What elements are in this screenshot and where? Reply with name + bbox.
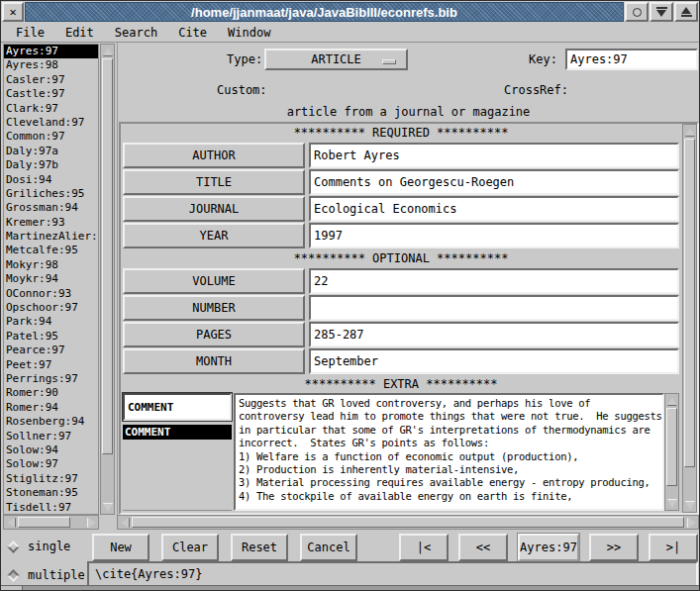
bib-key-list-item[interactable]: OConnor:93 (4, 287, 98, 301)
type-dropdown-value: ARTICLE (311, 52, 361, 66)
action-button[interactable]: Cancel (300, 534, 357, 561)
bib-key-list-item[interactable]: Opschoor:97 (4, 301, 98, 315)
scroll-left-arrow[interactable] (118, 516, 131, 529)
bib-key-list-item[interactable]: Stiglitz:97 (4, 472, 98, 486)
raise-button[interactable] (674, 2, 698, 22)
field-value-input[interactable] (309, 143, 679, 168)
extra-field-list-item[interactable]: COMMENT (123, 425, 232, 440)
radio-diamond-icon[interactable] (7, 541, 20, 553)
nav-first-button[interactable]: |< (399, 534, 449, 561)
field-label-button[interactable]: PAGES (123, 322, 305, 347)
bib-key-list-item[interactable]: Stoneman:95 (4, 486, 98, 500)
menu-item[interactable]: File (16, 25, 45, 42)
field-label-button[interactable]: VOLUME (123, 268, 305, 294)
field-value-input[interactable] (309, 169, 679, 195)
key-input[interactable] (565, 49, 698, 70)
bib-key-list-item[interactable]: Ayres:98 (4, 58, 98, 72)
comment-textarea[interactable] (234, 393, 664, 511)
bib-key-list-item[interactable]: Solow:97 (4, 457, 98, 471)
field-label-button[interactable]: TITLE (123, 169, 305, 195)
menu-item[interactable]: Window (228, 25, 270, 42)
bib-key-list-item[interactable]: Mokyr:98 (4, 258, 98, 272)
field-value-input[interactable] (309, 295, 679, 321)
scroll-right-arrow[interactable] (85, 516, 98, 529)
nav-current-entry[interactable]: Ayres:97 (518, 534, 579, 561)
scroll-down-arrow[interactable] (665, 497, 678, 510)
bib-key-list-item[interactable]: Daly:97a (4, 145, 98, 158)
main-horizontal-scrollbar[interactable] (117, 515, 699, 530)
bib-key-list-item[interactable]: Romer:90 (4, 386, 98, 400)
scroll-left-arrow[interactable] (4, 516, 17, 529)
field-value-input[interactable] (309, 196, 679, 222)
nav-next-button[interactable]: >> (589, 534, 639, 561)
bib-key-list-item[interactable]: Moykr:94 (4, 272, 98, 286)
scroll-thumb[interactable] (684, 139, 695, 467)
action-button[interactable]: New (92, 534, 150, 561)
bib-key-list-item[interactable]: Tisdell:97 (4, 501, 98, 515)
bib-key-list-item[interactable]: Cleveland:97 (4, 116, 98, 130)
titlebar: ✕ /home/jjanmaat/java/JavaBibIII/econref… (1, 1, 699, 23)
bib-key-list-item[interactable]: Patel:95 (4, 330, 98, 344)
bib-key-list-item[interactable]: Dosi:94 (4, 173, 98, 187)
sidebar-vertical-scrollbar[interactable] (100, 44, 115, 515)
bib-key-list-item[interactable]: Ayres:97 (4, 45, 98, 58)
iconify-button[interactable] (625, 2, 649, 22)
bib-key-list-item[interactable]: Perrings:97 (4, 372, 98, 386)
action-button[interactable]: Clear (161, 534, 219, 561)
menu-item[interactable]: Edit (65, 25, 94, 42)
resize-handle[interactable] (1, 586, 23, 590)
fields-vertical-scrollbar[interactable] (682, 124, 697, 513)
menu-item[interactable]: Search (115, 25, 157, 42)
field-label-button[interactable]: YEAR (123, 223, 305, 248)
scroll-up-arrow[interactable] (683, 125, 696, 138)
bib-key-list-item[interactable]: Rosenberg:94 (4, 415, 98, 429)
bib-key-list-item[interactable]: Casler:97 (4, 73, 98, 87)
field-label-button[interactable]: MONTH (123, 348, 305, 374)
extra-field-name-input[interactable] (123, 393, 232, 421)
bib-key-list-item[interactable]: Daly:97b (4, 158, 98, 172)
scroll-down-arrow[interactable] (101, 501, 114, 514)
scroll-thumb[interactable] (132, 517, 684, 528)
comment-vertical-scrollbar[interactable] (664, 393, 679, 511)
field-label-button[interactable]: AUTHOR (123, 143, 305, 168)
bib-key-list-item[interactable]: Common:97 (4, 130, 98, 144)
bib-key-list-item[interactable]: Castle:97 (4, 87, 98, 101)
field-value-input[interactable] (309, 322, 679, 347)
bib-key-list-item[interactable]: Grossman:94 (4, 201, 98, 215)
close-button[interactable]: ✕ (2, 2, 24, 22)
bib-key-list-item[interactable]: Kremer:93 (4, 216, 98, 230)
sidebar-horizontal-scrollbar[interactable] (3, 515, 99, 530)
field-value-input[interactable] (309, 348, 679, 374)
radio-diamond-icon[interactable] (7, 569, 20, 582)
bib-key-list-item[interactable]: Solow:94 (4, 443, 98, 457)
type-dropdown[interactable]: ARTICLE (264, 49, 408, 70)
scroll-thumb[interactable] (666, 408, 677, 486)
bib-key-list-item[interactable]: Park:94 (4, 315, 98, 329)
multiple-mode-option[interactable]: multiple (9, 568, 85, 582)
bib-key-list-item[interactable]: Peet:97 (4, 358, 98, 372)
menu-item[interactable]: Cite (178, 25, 207, 42)
bib-key-list-item[interactable]: Clark:97 (4, 102, 98, 116)
scroll-thumb[interactable] (18, 517, 70, 528)
bib-key-list-item[interactable]: MartinezAlier:9 (4, 230, 98, 244)
bib-key-list-item[interactable]: Metcalfe:95 (4, 244, 98, 257)
bib-key-list-item[interactable]: Griliches:95 (4, 187, 98, 201)
scroll-up-arrow[interactable] (101, 45, 114, 57)
scroll-up-arrow[interactable] (665, 394, 678, 407)
scroll-right-arrow[interactable] (685, 516, 698, 529)
bib-key-list-item[interactable]: Pearce:97 (4, 344, 98, 357)
nav-last-button[interactable]: >| (649, 534, 698, 561)
cite-input[interactable] (87, 561, 698, 587)
scroll-down-arrow[interactable] (683, 499, 696, 512)
field-value-input[interactable] (309, 223, 679, 248)
action-button[interactable]: Reset (231, 534, 288, 561)
lower-button[interactable] (650, 2, 673, 22)
field-value-input[interactable] (309, 268, 679, 294)
scroll-thumb[interactable] (102, 58, 113, 454)
field-label-button[interactable]: JOURNAL (123, 196, 305, 222)
nav-prev-button[interactable]: << (458, 534, 508, 561)
bib-key-list-item[interactable]: Romer:94 (4, 401, 98, 415)
single-mode-option[interactable]: single (9, 540, 70, 553)
bib-key-list-item[interactable]: Sollner:97 (4, 430, 98, 443)
field-label-button[interactable]: NUMBER (123, 295, 305, 321)
